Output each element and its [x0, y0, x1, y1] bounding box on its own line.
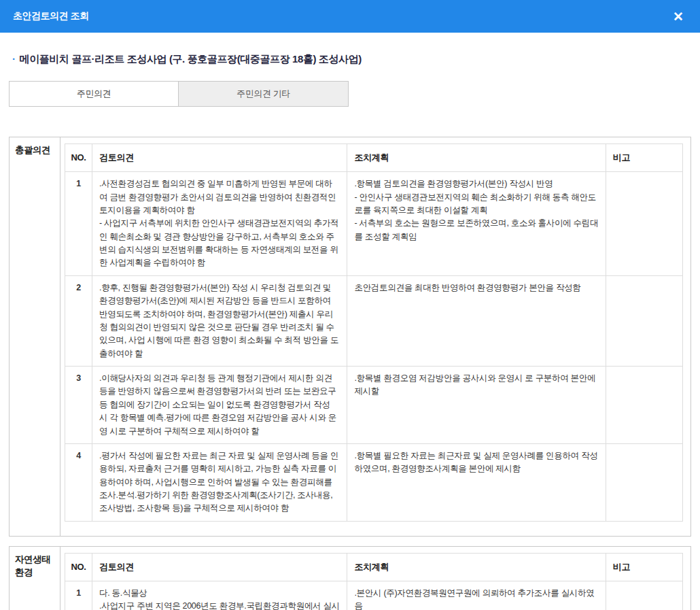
section-general-opinion: 총괄의견 NO. 검토의견 조치계획 비고 — [9, 137, 691, 537]
row-opinion: 다. 동.식물상 .사업지구 주변 지역은 2006년도 환경부.국립환경과학원… — [92, 581, 347, 610]
tab-label: 주민의견 — [77, 88, 111, 100]
col-header-plan: 조치계획 — [347, 144, 606, 172]
review-table: NO. 검토의견 조치계획 비고 1 다. 동.식물상 .사업지구 주변 지역은… — [65, 553, 683, 610]
table-row: 2 .향후, 진행될 환경영향평가서(본안) 작성 시 우리청 검토의견 및 환… — [65, 275, 683, 366]
close-icon: ✕ — [673, 10, 684, 24]
row-opinion: .사전환경성검토 협의의견 중 일부 미흡하게 반영된 부문에 대하여 금번 환… — [92, 172, 347, 276]
row-note — [606, 367, 682, 444]
table-row: 4 .평가서 작성에 필요한 자료는 최근 자료 및 실제 운영사례 등을 인용… — [65, 443, 683, 521]
row-opinion: .평가서 작성에 필요한 자료는 최근 자료 및 실제 운영사례 등을 인용하되… — [92, 443, 347, 521]
tab-label: 주민의견 기타 — [237, 88, 290, 100]
tab-resident-opinion-etc[interactable]: 주민의견 기타 — [179, 81, 349, 107]
row-note — [606, 581, 682, 610]
table-header-row: NO. 검토의견 조치계획 비고 — [65, 553, 683, 581]
table-header-row: NO. 검토의견 조치계획 비고 — [65, 144, 683, 172]
table-row: 1 다. 동.식물상 .사업지구 주변 지역은 2006년도 환경부.국립환경과… — [65, 581, 683, 610]
col-header-opinion: 검토의견 — [92, 553, 347, 581]
col-header-opinion: 검토의견 — [92, 144, 347, 172]
draft-review-modal: 초안검토의견 조회 ✕ ·메이플비치 골프·리조트 조성사업 (구. 풍호골프장… — [0, 0, 700, 610]
row-no: 1 — [65, 172, 92, 276]
row-plan: .항목별 필요한 자료는 최근자료 및 실제 운영사례를 인용하여 작성하였으며… — [347, 443, 606, 521]
section-label: 총괄의견 — [10, 137, 60, 536]
row-no: 1 — [65, 581, 92, 610]
row-no: 4 — [65, 443, 92, 521]
col-header-note: 비고 — [606, 144, 682, 172]
section-body: NO. 검토의견 조치계획 비고 1 .사전환경성검토 협의의견 중 일부 미흡… — [60, 137, 690, 536]
tab-resident-opinion[interactable]: 주민의견 — [9, 81, 179, 107]
modal-content: ·메이플비치 골프·리조트 조성사업 (구. 풍호골프장(대중골프장 18홀) … — [0, 53, 700, 610]
project-title: ·메이플비치 골프·리조트 조성사업 (구. 풍호골프장(대중골프장 18홀) … — [12, 53, 689, 66]
section-body: NO. 검토의견 조치계획 비고 1 다. 동.식물상 .사업지구 주변 지역은… — [60, 547, 690, 610]
row-opinion: .향후, 진행될 환경영향평가서(본안) 작성 시 우리청 검토의견 및 환경영… — [92, 275, 347, 366]
section-natural-ecology: 자연생태환경 NO. 검토의견 조치계획 비고 — [9, 546, 691, 610]
project-title-text: 메이플비치 골프·리조트 조성사업 (구. 풍호골프장(대중골프장 18홀) 조… — [20, 53, 362, 65]
col-header-no: NO. — [65, 144, 92, 172]
table-row: 1 .사전환경성검토 협의의견 중 일부 미흡하게 반영된 부문에 대하여 금번… — [65, 172, 683, 276]
review-table: NO. 검토의견 조치계획 비고 1 .사전환경성검토 협의의견 중 일부 미흡… — [65, 143, 683, 522]
row-note — [606, 443, 682, 521]
row-opinion: .이해당사자의 의견과 우리청 등 관계 행정기관에서 제시한 의견 등을 반영… — [92, 367, 347, 444]
row-note — [606, 275, 682, 366]
row-no: 2 — [65, 275, 92, 366]
table-row: 3 .이해당사자의 의견과 우리청 등 관계 행정기관에서 제시한 의견 등을 … — [65, 367, 683, 444]
row-plan: .항목별 환경오염 저감방안을 공사시와 운영시 로 구분하여 본안에 제시할 — [347, 367, 606, 444]
sections-container: 총괄의견 NO. 검토의견 조치계획 비고 — [9, 137, 691, 610]
row-plan: .본안시 (주)자연환경복원연구원에 의뢰하여 추가조사를 실시하였음 .본안시… — [347, 581, 606, 610]
close-button[interactable]: ✕ — [670, 9, 686, 24]
col-header-no: NO. — [65, 553, 92, 581]
row-no: 3 — [65, 367, 92, 444]
modal-header: 초안검토의견 조회 ✕ — [0, 0, 700, 33]
tab-bar: 주민의견 주민의견 기타 — [9, 81, 691, 107]
section-label: 자연생태환경 — [10, 547, 60, 610]
title-bullet-icon: · — [12, 53, 16, 65]
row-plan: .항목별 검토의견을 환경영향평가서(본안) 작성시 반영 - 안인사구 생태경… — [347, 172, 606, 276]
modal-title: 초안검토의견 조회 — [13, 10, 88, 22]
row-note — [606, 172, 682, 276]
col-header-note: 비고 — [606, 553, 682, 581]
col-header-plan: 조치계획 — [347, 553, 606, 581]
row-plan: 초안검토의견을 최대한 반영하여 환경영향평가 본안을 작성함 — [347, 275, 606, 366]
